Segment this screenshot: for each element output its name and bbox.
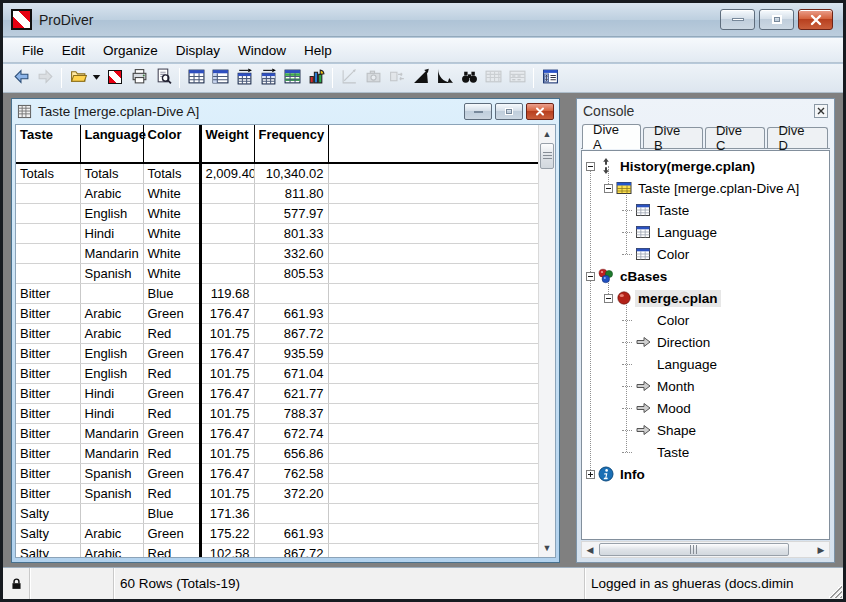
tree-item-taste-merge-cplan-dive-a[interactable]: Taste [merge.cplan-Dive A]: [582, 177, 829, 199]
tree-item-taste[interactable]: Taste: [582, 199, 829, 221]
vertical-scrollbar-thumb[interactable]: [540, 143, 554, 169]
table-row[interactable]: BitterMandarinGreen176.47672.74: [16, 423, 538, 443]
menu-help[interactable]: Help: [295, 40, 341, 61]
table-row[interactable]: SaltyArabicRed102.58867.72: [16, 543, 538, 557]
console-close-button[interactable]: [814, 104, 828, 118]
cbases-icon: [598, 268, 614, 284]
tree-item-month[interactable]: Month: [582, 375, 829, 397]
table-row[interactable]: BitterHindiRed101.75788.37: [16, 403, 538, 423]
collapse-icon[interactable]: [604, 184, 613, 193]
decay-chart-button[interactable]: [433, 66, 457, 90]
report-display-button[interactable]: [208, 66, 232, 90]
close-button[interactable]: [798, 9, 833, 30]
tree-item-shape[interactable]: Shape: [582, 419, 829, 441]
cross-tab-button[interactable]: [232, 66, 256, 90]
tab-dive-c[interactable]: Dive C: [705, 127, 766, 148]
open-dropdown-button[interactable]: [90, 66, 103, 90]
horizontal-scrollbar[interactable]: ◀ ▶: [581, 541, 830, 558]
login-status-text: Logged in as ghueras (docs.dimin: [591, 576, 794, 591]
collapse-icon[interactable]: [586, 272, 595, 281]
dive-maximize-button[interactable]: [495, 103, 523, 120]
find-button[interactable]: [457, 66, 481, 90]
prodiver-button[interactable]: [103, 66, 127, 90]
tree-item-language[interactable]: Language: [582, 353, 829, 375]
tree-item-mood[interactable]: Mood: [582, 397, 829, 419]
resize-grip[interactable]: [828, 584, 842, 598]
table-row[interactable]: SaltyArabicGreen175.22661.93: [16, 523, 538, 543]
tree-item-color[interactable]: Color: [582, 309, 829, 331]
menu-display[interactable]: Display: [167, 40, 229, 61]
table-row[interactable]: MandarinWhite332.60: [16, 243, 538, 263]
table-row[interactable]: TotalsTotalsTotals2,009.4010,340.02: [16, 163, 538, 183]
table-row[interactable]: BitterArabicGreen176.47661.93: [16, 303, 538, 323]
tree-item-cbases[interactable]: cBases: [582, 265, 829, 287]
table-row[interactable]: BitterBlue119.68: [16, 283, 538, 303]
multi-tab-button[interactable]: [280, 66, 304, 90]
tabular-display-button[interactable]: [184, 66, 208, 90]
menu-file[interactable]: File: [13, 40, 53, 61]
column-header-frequency[interactable]: Frequency: [254, 125, 328, 163]
column-header-weight[interactable]: Weight: [200, 125, 254, 163]
menu-organize[interactable]: Organize: [94, 40, 167, 61]
scroll-up-arrow-icon[interactable]: ▲: [539, 126, 555, 142]
lock-status-panel: [3, 568, 30, 599]
horizontal-scrollbar-thumb[interactable]: [599, 543, 789, 556]
maximize-button[interactable]: [759, 9, 794, 30]
table-row[interactable]: BitterEnglishRed101.75671.04: [16, 363, 538, 383]
table-row[interactable]: EnglishWhite577.97: [16, 203, 538, 223]
dive-window-title-bar[interactable]: Taste [merge.cplan-Dive A]: [15, 99, 556, 124]
collapse-icon[interactable]: [586, 162, 595, 171]
tab-dive-d[interactable]: Dive D: [767, 127, 828, 148]
scroll-down-arrow-icon[interactable]: ▼: [539, 540, 555, 556]
scroll-right-arrow-icon[interactable]: ▶: [813, 542, 829, 557]
tree-connector: [622, 408, 632, 409]
dive-table-area: TasteLanguageColorWeightFrequency Totals…: [15, 124, 556, 558]
tree-item-language[interactable]: Language: [582, 221, 829, 243]
table-row[interactable]: BitterSpanishGreen176.47762.58: [16, 463, 538, 483]
table-row[interactable]: BitterSpanishRed101.75372.20: [16, 483, 538, 503]
properties-button[interactable]: [538, 66, 562, 90]
tab-dive-a[interactable]: Dive A: [582, 124, 641, 149]
scroll-left-arrow-icon[interactable]: ◀: [582, 542, 598, 557]
menu-window[interactable]: Window: [229, 40, 295, 61]
table-row[interactable]: HindiWhite801.33: [16, 223, 538, 243]
back-button[interactable]: [9, 66, 33, 90]
column-header-taste[interactable]: Taste: [16, 125, 80, 163]
tree-item-history-merge-cplan[interactable]: History(merge.cplan): [582, 155, 829, 177]
dive-window: Taste [merge.cplan-Dive A]: [11, 98, 560, 563]
tree-item-taste[interactable]: Taste: [582, 441, 829, 463]
tree-item-direction[interactable]: Direction: [582, 331, 829, 353]
table-row[interactable]: SpanishWhite805.53: [16, 263, 538, 283]
dive-close-button[interactable]: [526, 103, 554, 120]
multi-cross-tab-button[interactable]: [256, 66, 280, 90]
tree-item-color[interactable]: Color: [582, 243, 829, 265]
tab-dive-b[interactable]: Dive B: [643, 127, 703, 148]
dive-chart-button[interactable]: [409, 66, 433, 90]
title-bar[interactable]: ProDiver: [3, 3, 843, 37]
table-row[interactable]: ArabicWhite811.80: [16, 183, 538, 203]
graph-display-button[interactable]: [304, 66, 328, 90]
expand-icon[interactable]: [586, 470, 595, 479]
print-preview-button[interactable]: [151, 66, 175, 90]
console-title-bar[interactable]: Console: [577, 99, 834, 123]
tree-item-label: Month: [654, 378, 698, 395]
table-row[interactable]: BitterEnglishGreen176.47935.59: [16, 343, 538, 363]
table-row[interactable]: SaltyBlue171.36: [16, 503, 538, 523]
column-header-color[interactable]: Color: [143, 125, 200, 163]
collapse-icon[interactable]: [604, 294, 613, 303]
dive-minimize-button[interactable]: [464, 103, 492, 120]
print-button[interactable]: [127, 66, 151, 90]
minimize-button[interactable]: [720, 9, 755, 30]
table-row[interactable]: BitterMandarinRed101.75656.86: [16, 443, 538, 463]
tree-item-merge-cplan[interactable]: merge.cplan: [582, 287, 829, 309]
table-row[interactable]: BitterArabicRed101.75867.72: [16, 323, 538, 343]
vertical-scrollbar[interactable]: ▲ ▼: [538, 125, 555, 557]
table-header-row[interactable]: TasteLanguageColorWeightFrequency: [16, 125, 538, 163]
tree-item-info[interactable]: Info: [582, 463, 829, 485]
transfer-icon: [389, 68, 406, 88]
table-row[interactable]: BitterHindiGreen176.47621.77: [16, 383, 538, 403]
open-button[interactable]: [66, 66, 90, 90]
table-cell-filler: [328, 403, 538, 423]
menu-edit[interactable]: Edit: [53, 40, 94, 61]
column-header-language[interactable]: Language: [80, 125, 143, 163]
